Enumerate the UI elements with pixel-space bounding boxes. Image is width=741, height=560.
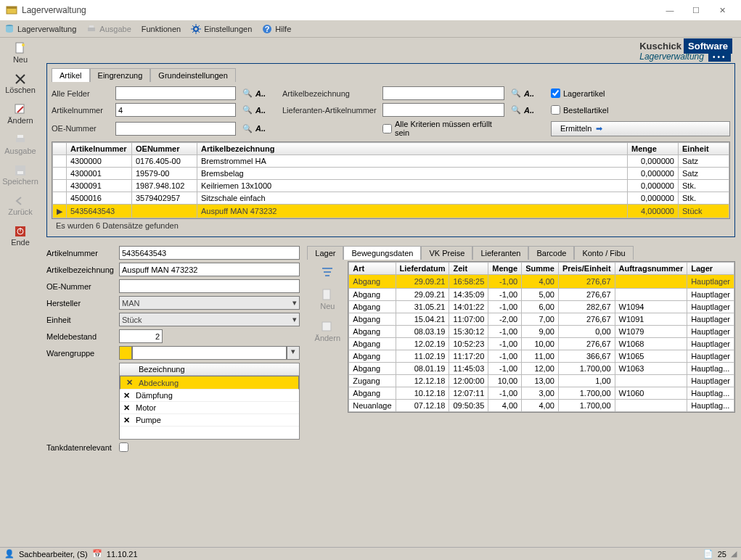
close-button[interactable]: ✕: [709, 1, 735, 19]
svg-text:?: ?: [265, 25, 270, 33]
svg-rect-19: [324, 271, 331, 273]
lbl-artikelbezeichnung: Artikelbezeichnung: [282, 89, 377, 98]
svg-rect-10: [15, 104, 24, 113]
menu-einstellungen[interactable]: Einstellungen: [191, 24, 252, 34]
tb-aendern[interactable]: Ändern: [7, 103, 33, 125]
table-row[interactable]: 43000911987.948.102Keilriemen 13x10000,0…: [53, 180, 729, 192]
svg-rect-20: [325, 275, 329, 276]
print-icon: [14, 133, 27, 147]
tb-neu[interactable]: Neu: [13, 42, 28, 64]
search-icon[interactable]: 🔍: [242, 123, 253, 134]
chk-lagerartikel[interactable]: Lagerartikel: [551, 88, 730, 98]
svg-rect-21: [323, 289, 330, 300]
tab-konto[interactable]: Konto / Fibu: [574, 246, 633, 260]
font-icon[interactable]: A..: [255, 123, 266, 134]
detail-wgruppe[interactable]: [132, 346, 287, 360]
mv-aendern: Ändern: [315, 321, 340, 342]
svg-point-9: [22, 44, 25, 46]
detail-artikelnummer[interactable]: [119, 246, 300, 260]
table-row[interactable]: 45000163579402957Sitzschale einfach0,000…: [53, 192, 729, 205]
font-icon[interactable]: A..: [523, 104, 535, 116]
input-lieferanten[interactable]: [382, 103, 504, 117]
chk-bestellartikel[interactable]: Bestellartikel: [551, 105, 730, 115]
maximize-button[interactable]: ☐: [683, 1, 709, 19]
input-artikelnummer[interactable]: [115, 103, 236, 117]
help-icon: ?: [262, 24, 272, 34]
table-row[interactable]: Abgang08.01.1911:45:03-1,0012,001.700,00…: [349, 363, 734, 375]
list-item[interactable]: ✕Pumpe: [120, 414, 299, 427]
menu-funktionen[interactable]: Funktionen: [142, 25, 181, 33]
tab-artikel[interactable]: Artikel: [52, 68, 90, 82]
table-row[interactable]: Abgang15.04.2111:07:00-2,007,00276,67W10…: [349, 313, 734, 326]
resize-grip-icon[interactable]: ◢: [731, 549, 737, 559]
table-row[interactable]: Abgang11.02.1911:17:20-1,0011,00366,67W1…: [349, 350, 734, 363]
svg-rect-11: [16, 138, 25, 142]
table-row[interactable]: ▶5435643543Auspuff MAN 4732324,000000Stü…: [53, 205, 729, 218]
results-table[interactable]: Artikelnummer OENummer Artikelbezeichnun…: [52, 141, 730, 219]
status-date: 11.10.21: [107, 550, 138, 559]
tab-lieferanten[interactable]: Lieferanten: [472, 246, 528, 260]
tb-ende[interactable]: Ende: [11, 225, 30, 247]
arrow-right-icon: ➡: [596, 124, 602, 133]
tab-grundeinstellungen[interactable]: Grundeinstellungen: [150, 68, 235, 82]
edit-icon: [14, 103, 27, 116]
detail-einheit[interactable]: Stück▾: [119, 313, 300, 326]
btn-ermitteln[interactable]: Ermitteln➡: [551, 121, 730, 136]
search-icon[interactable]: 🔍: [242, 104, 253, 116]
table-row[interactable]: Abgang29.09.2114:35:09-1,005,00276,67Hau…: [349, 289, 734, 301]
tab-bewegung[interactable]: Bewegungsdaten: [343, 246, 421, 260]
power-icon: [14, 225, 27, 238]
detail-oe[interactable]: [119, 279, 300, 293]
chk-kriterien[interactable]: Alle Kriterien müssen erfüllt sein: [382, 120, 504, 137]
detail-melde[interactable]: [119, 329, 163, 343]
mv-filter[interactable]: [321, 265, 334, 279]
input-oe[interactable]: [115, 122, 236, 136]
tab-barcode[interactable]: Barcode: [528, 246, 574, 260]
menu-lagerverwaltung[interactable]: Lagerverwaltung: [4, 24, 76, 34]
search-icon[interactable]: 🔍: [510, 88, 522, 99]
font-icon[interactable]: A..: [255, 88, 266, 99]
table-row[interactable]: Abgang08.03.1915:30:12-1,009,000,00W1079…: [349, 326, 734, 338]
statusbar: 👤 Sachbearbeiter, (S) 📅 11.10.21 📄 25 ◢: [0, 547, 741, 560]
input-alle-felder[interactable]: [115, 86, 236, 100]
menu-hilfe[interactable]: ?Hilfe: [262, 24, 291, 34]
tab-eingrenzung[interactable]: Eingrenzung: [90, 68, 151, 82]
tab-vk[interactable]: VK Preise: [421, 246, 472, 260]
table-row[interactable]: Abgang31.05.2114:01:22-1,006,00282,67W10…: [349, 301, 734, 313]
table-row[interactable]: Abgang29.09.2116:58:25-1,004,00276,67Hau…: [349, 275, 734, 289]
save-icon: [14, 164, 27, 177]
tab-lager[interactable]: Lager: [307, 246, 343, 260]
detail-bez[interactable]: [119, 263, 300, 276]
lbl-alle-felder: Alle Felder: [52, 89, 110, 98]
table-row[interactable]: Zugang12.12.1812:00:0010,0013,001,00Haup…: [349, 375, 734, 387]
detail-hersteller[interactable]: MAN▾: [119, 296, 300, 310]
search-icon[interactable]: 🔍: [242, 88, 253, 99]
tb-loeschen[interactable]: Löschen: [5, 73, 36, 94]
table-row[interactable]: Abgang12.02.1910:52:23-1,0010,00276,67W1…: [349, 338, 734, 350]
table-row[interactable]: Abgang10.12.1812:07:11-1,003,001.700,00W…: [349, 387, 734, 400]
search-icon[interactable]: 🔍: [510, 104, 522, 116]
chevron-down-icon: ▾: [292, 298, 297, 308]
menubar: Lagerverwaltung Ausgabe Funktionen Einst…: [0, 20, 741, 38]
table-row[interactable]: 43000000176.405-00Bremstrommel HA0,00000…: [53, 155, 729, 168]
chevron-down-icon[interactable]: ▾: [287, 346, 300, 360]
back-icon: [14, 194, 27, 207]
list-item[interactable]: ✕Motor: [120, 402, 299, 414]
minimize-button[interactable]: —: [657, 1, 683, 19]
font-icon[interactable]: A..: [523, 88, 535, 99]
input-artikelbezeichnung[interactable]: [382, 86, 504, 100]
table-row[interactable]: 430000119579-00Bremsbelag0,000000Satz: [53, 168, 729, 180]
chk-tankdaten[interactable]: [119, 442, 128, 452]
gear-icon: [191, 24, 201, 34]
font-icon[interactable]: A..: [255, 104, 266, 116]
menu-ausgabe[interactable]: Ausgabe: [86, 24, 131, 34]
warengruppe-list[interactable]: Bezeichnung ✕Abdeckung✕Dämpfung✕Motor✕Pu…: [119, 363, 300, 440]
list-item[interactable]: ✕Dämpfung: [120, 390, 299, 402]
table-row[interactable]: Neuanlage07.12.1809:50:354,004,001.700,0…: [349, 400, 734, 412]
movements-table[interactable]: ArtLieferdatumZeitMengeSummePreis/Einhei…: [348, 261, 735, 413]
db-icon: [4, 24, 15, 34]
printer-icon: [86, 24, 97, 34]
lbl-artikelnummer: Artikelnummer: [52, 106, 110, 115]
results-status: Es wurden 6 Datensätze gefunden: [52, 219, 730, 232]
list-item[interactable]: ✕Abdeckung: [120, 376, 299, 390]
